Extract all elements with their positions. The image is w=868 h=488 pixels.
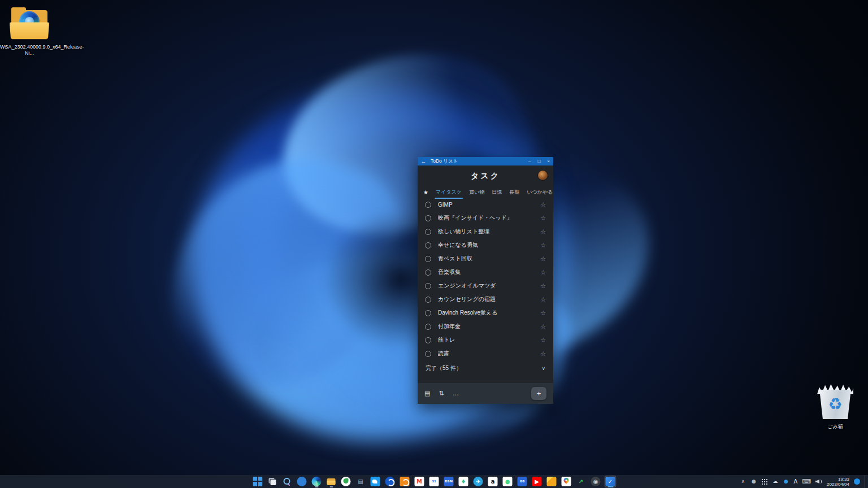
completed-section-toggle[interactable]: 完了（55 件） ∨ bbox=[418, 360, 553, 376]
task-checkbox[interactable] bbox=[425, 256, 431, 262]
taskbar: ▤M31DSM♦✈a●GB▶↗◉✓ ∧ ●☁● A ⌨ 19:33 2023/0… bbox=[0, 475, 868, 488]
search-button-glyph bbox=[283, 477, 292, 486]
task-checkbox[interactable] bbox=[425, 229, 431, 235]
edge-icon[interactable] bbox=[311, 476, 323, 487]
gb-app-icon[interactable]: GB bbox=[517, 476, 528, 487]
tab-2[interactable]: 日課 bbox=[492, 189, 502, 196]
task-row-8[interactable]: Davinch Resolve覚える ☆ bbox=[418, 306, 553, 320]
hidden-icons-chevron[interactable]: ∧ bbox=[740, 479, 746, 484]
evernote-tray-icon[interactable]: ● bbox=[750, 479, 757, 484]
task-row-4[interactable]: 青ベスト回収 ☆ bbox=[418, 252, 553, 265]
ime-mode-indicator[interactable]: A bbox=[793, 478, 797, 485]
star-outline-icon[interactable]: ☆ bbox=[540, 215, 546, 221]
favorites-star-icon[interactable]: ★ bbox=[423, 189, 428, 195]
youtube-icon[interactable]: ▶ bbox=[531, 476, 543, 487]
blue-app-tray-icon[interactable]: ● bbox=[783, 479, 789, 484]
google-maps-icon[interactable] bbox=[561, 476, 572, 487]
star-outline-icon[interactable]: ☆ bbox=[540, 324, 546, 330]
sort-icon[interactable]: ⇅ bbox=[439, 390, 444, 396]
task-checkbox[interactable] bbox=[425, 283, 431, 289]
gmail-icon[interactable]: M bbox=[414, 476, 426, 487]
task-row-10[interactable]: 筋トレ ☆ bbox=[418, 333, 553, 347]
task-checkbox[interactable] bbox=[425, 242, 431, 249]
star-outline-icon[interactable]: ☆ bbox=[540, 310, 546, 316]
avatar[interactable] bbox=[538, 171, 548, 180]
tab-1[interactable]: 買い物 bbox=[469, 189, 484, 196]
touch-keyboard-icon[interactable]: ⌨ bbox=[802, 478, 811, 485]
task-row-5[interactable]: 音楽収集 ☆ bbox=[418, 265, 553, 279]
task-checkbox[interactable] bbox=[425, 202, 431, 208]
twitter-icon[interactable] bbox=[370, 476, 381, 487]
notification-badge[interactable] bbox=[854, 478, 860, 485]
close-button[interactable]: × bbox=[547, 159, 550, 164]
orange-sync-app-icon[interactable] bbox=[399, 476, 411, 487]
list-view-icon[interactable]: ▤ bbox=[424, 390, 430, 396]
arrow-app-icon[interactable]: ↗ bbox=[575, 476, 587, 487]
star-outline-icon[interactable]: ☆ bbox=[540, 242, 546, 249]
document-app-icon-glyph bbox=[547, 477, 557, 486]
onedrive-tray-icon[interactable]: ☁ bbox=[772, 479, 778, 484]
app-grid-tray-icon[interactable] bbox=[761, 478, 767, 485]
amazon-icon[interactable]: a bbox=[487, 476, 499, 487]
tab-4[interactable]: いつかやる bbox=[527, 189, 553, 196]
tab-3[interactable]: 長期 bbox=[509, 189, 519, 196]
task-view-button[interactable] bbox=[267, 476, 279, 487]
tab-0[interactable]: マイタスク bbox=[436, 189, 462, 196]
task-row-6[interactable]: エンジンオイルマツダ ☆ bbox=[418, 279, 553, 293]
star-outline-icon[interactable]: ☆ bbox=[540, 229, 546, 235]
show-desktop-strip[interactable] bbox=[865, 475, 866, 488]
telegram-icon[interactable]: ✈ bbox=[472, 476, 484, 487]
todo-app-icon[interactable]: ✓ bbox=[605, 476, 617, 487]
desktop-folder-wsa[interactable]: WSA_2302.40000.9.0_x64_Release-Ni... bbox=[0, 7, 59, 56]
store-icon[interactable] bbox=[296, 476, 308, 487]
android-app-icon[interactable]: ● bbox=[502, 476, 514, 487]
star-outline-icon[interactable]: ☆ bbox=[540, 202, 546, 208]
clock[interactable]: 19:33 2023/04/04 bbox=[827, 477, 849, 487]
star-outline-icon[interactable]: ☆ bbox=[540, 337, 546, 343]
task-checkbox[interactable] bbox=[425, 324, 431, 330]
star-outline-icon[interactable]: ☆ bbox=[540, 283, 546, 289]
task-checkbox[interactable] bbox=[425, 215, 431, 221]
more-options-icon[interactable]: … bbox=[453, 390, 459, 396]
task-row-2[interactable]: 欲しい物リスト整理 ☆ bbox=[418, 225, 553, 238]
store-icon-glyph bbox=[297, 477, 307, 486]
document-app-icon[interactable] bbox=[546, 476, 558, 487]
task-checkbox[interactable] bbox=[425, 297, 431, 303]
file-explorer-icon-glyph bbox=[327, 477, 336, 486]
todo-app-window: ← ToDo リスト – □ × タスク ★ マイタスク買い物日課長期いつかやる… bbox=[418, 157, 553, 404]
star-outline-icon[interactable]: ☆ bbox=[540, 351, 546, 357]
dsm-app-icon[interactable]: DSM bbox=[443, 476, 455, 487]
task-checkbox[interactable] bbox=[425, 310, 431, 316]
add-task-button[interactable]: + bbox=[531, 387, 546, 400]
window-titlebar[interactable]: ← ToDo リスト – □ × bbox=[418, 157, 553, 165]
task-row-0[interactable]: GIMP ☆ bbox=[418, 198, 553, 211]
green-browser-icon[interactable] bbox=[340, 476, 352, 487]
volume-icon[interactable] bbox=[815, 478, 822, 485]
task-checkbox[interactable] bbox=[425, 269, 431, 276]
star-outline-icon[interactable]: ☆ bbox=[540, 297, 546, 303]
recycle-bin[interactable]: ♻ ごみ箱 bbox=[806, 384, 865, 430]
search-button[interactable] bbox=[281, 476, 293, 487]
cards-app-icon[interactable]: ▤ bbox=[355, 476, 367, 487]
blue-sync-app-icon[interactable] bbox=[384, 476, 396, 487]
task-checkbox[interactable] bbox=[425, 351, 431, 357]
google-calendar-icon[interactable]: 31 bbox=[428, 476, 440, 487]
star-outline-icon[interactable]: ☆ bbox=[540, 269, 546, 276]
amazon-icon-glyph: a bbox=[488, 477, 498, 486]
round-dark-app-icon[interactable]: ◉ bbox=[590, 476, 602, 487]
recycle-symbol-icon: ♻ bbox=[828, 396, 842, 412]
minimize-button[interactable]: – bbox=[528, 159, 531, 164]
start-button[interactable] bbox=[252, 476, 264, 487]
sprout-app-icon[interactable]: ♦ bbox=[458, 476, 470, 487]
file-explorer-icon[interactable] bbox=[326, 476, 337, 487]
back-arrow-icon[interactable]: ← bbox=[421, 159, 426, 164]
task-row-1[interactable]: 映画『インサイド・ヘッド』 ☆ bbox=[418, 211, 553, 225]
star-outline-icon[interactable]: ☆ bbox=[540, 256, 546, 262]
task-row-9[interactable]: 付加年金 ☆ bbox=[418, 320, 553, 333]
green-browser-icon-glyph bbox=[341, 477, 351, 486]
task-row-11[interactable]: 読書 ☆ bbox=[418, 347, 553, 360]
task-row-7[interactable]: カウンセリングの宿題 ☆ bbox=[418, 293, 553, 306]
task-checkbox[interactable] bbox=[425, 337, 431, 343]
maximize-button[interactable]: □ bbox=[537, 159, 540, 164]
task-row-3[interactable]: 幸せになる勇気 ☆ bbox=[418, 238, 553, 252]
